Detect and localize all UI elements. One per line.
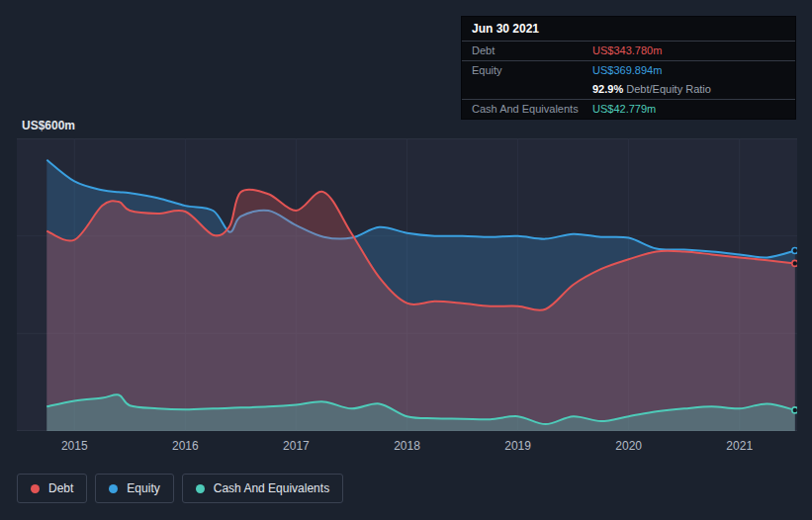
- chart-tooltip: Jun 30 2021 Debt US$343.780m Equity US$3…: [461, 16, 796, 120]
- tooltip-equity-value: US$369.894m: [592, 64, 785, 77]
- tooltip-ratio-spacer: [472, 83, 592, 96]
- chart-svg[interactable]: [17, 138, 797, 431]
- x-tick-label: 2018: [391, 439, 424, 453]
- debt-equity-history-chart: US$600m US$0 201520162017201820192020202…: [0, 0, 812, 520]
- legend-item-equity[interactable]: Equity: [95, 474, 173, 503]
- tooltip-equity-row: Equity US$369.894m: [462, 61, 795, 80]
- tooltip-cash-row: Cash And Equivalents US$42.779m: [462, 100, 795, 119]
- tooltip-debt-label: Debt: [472, 44, 592, 57]
- x-tick-label: 2020: [612, 439, 646, 453]
- y-axis-top-label: US$600m: [22, 119, 75, 132]
- tooltip-debt-value: US$343.780m: [592, 44, 785, 57]
- tooltip-cash-label: Cash And Equivalents: [472, 103, 592, 116]
- legend-equity-label: Equity: [127, 481, 159, 495]
- legend-item-cash[interactable]: Cash And Equivalents: [182, 474, 343, 503]
- tooltip-date: Jun 30 2021: [462, 17, 795, 42]
- legend-debt-label: Debt: [48, 481, 73, 495]
- x-tick-label: 2021: [723, 439, 757, 453]
- tooltip-ratio-percent: 92.9%: [592, 83, 623, 95]
- x-tick-label: 2017: [279, 439, 313, 453]
- chart-legend: Debt Equity Cash And Equivalents: [17, 474, 343, 503]
- tooltip-ratio-row: 92.9% Debt/Equity Ratio: [462, 80, 795, 100]
- tooltip-cash-value: US$42.779m: [592, 103, 785, 116]
- cash-legend-dot-icon: [196, 484, 205, 493]
- chart-plot[interactable]: [17, 138, 797, 431]
- tooltip-ratio-label: Debt/Equity Ratio: [626, 83, 711, 95]
- debt-legend-dot-icon: [31, 484, 40, 493]
- x-tick-label: 2016: [168, 439, 202, 453]
- tooltip-ratio-value: 92.9% Debt/Equity Ratio: [592, 83, 785, 96]
- x-tick-label: 2015: [57, 439, 91, 453]
- tooltip-debt-row: Debt US$343.780m: [462, 42, 795, 61]
- equity-legend-dot-icon: [109, 484, 118, 493]
- x-axis: 2015201620172018201920202021: [17, 439, 797, 455]
- x-tick-label: 2019: [501, 439, 535, 453]
- legend-cash-label: Cash And Equivalents: [214, 481, 329, 495]
- tooltip-equity-label: Equity: [472, 64, 592, 77]
- legend-item-debt[interactable]: Debt: [17, 474, 87, 503]
